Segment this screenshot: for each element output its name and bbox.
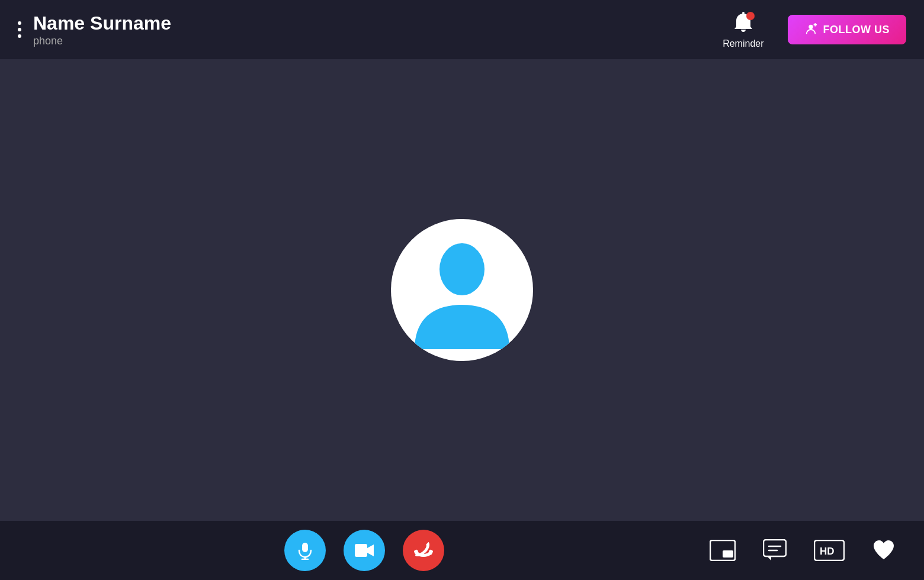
bottom-bar: HD [0,521,924,580]
header-title: Name Surname phone [33,12,171,47]
svg-rect-6 [302,543,308,552]
svg-rect-14 [763,540,786,556]
follow-us-button[interactable]: FOLLOW US [788,15,906,44]
bottom-right-controls: HD [705,534,900,566]
video-icon [354,542,374,559]
avatar [391,219,533,361]
chat-button[interactable] [758,534,791,566]
reminder-button[interactable]: Reminder [723,10,763,49]
svg-rect-1 [742,12,745,14]
person-icon [804,23,817,36]
header-right: Reminder FOLLOW US [723,10,906,49]
bell-icon [730,10,756,36]
like-button[interactable] [867,534,900,566]
user-silhouette [397,225,527,355]
svg-point-2 [808,25,813,29]
video-button[interactable] [344,530,385,571]
svg-point-5 [439,243,485,295]
follow-label: FOLLOW US [823,24,890,36]
svg-text:HD: HD [820,546,835,557]
svg-rect-9 [355,544,367,557]
pip-button[interactable] [705,535,740,566]
svg-point-0 [746,12,755,20]
reminder-label: Reminder [723,38,763,49]
contact-subtitle: phone [33,35,171,47]
hd-button[interactable]: HD [809,535,849,566]
hd-icon: HD [814,540,845,561]
menu-button[interactable] [18,21,21,38]
call-controls [24,530,705,571]
header: Name Surname phone Reminder [0,0,924,59]
mic-icon [296,541,315,560]
mic-button[interactable] [284,530,326,571]
pip-icon [710,540,736,561]
heart-icon [872,539,896,562]
main-content [0,59,924,521]
chat-icon [763,539,787,562]
contact-name: Name Surname [33,12,171,34]
header-left: Name Surname phone [18,12,171,47]
hangup-button[interactable] [403,530,444,571]
hangup-icon [413,542,434,559]
svg-rect-13 [723,550,733,558]
